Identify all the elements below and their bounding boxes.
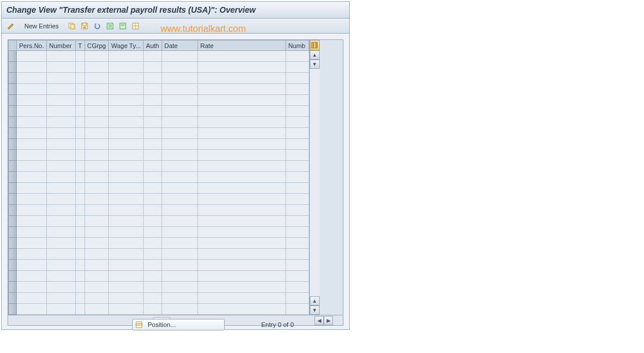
table-cell[interactable] <box>162 117 197 128</box>
table-cell[interactable] <box>197 73 286 84</box>
table-cell[interactable] <box>85 227 108 238</box>
table-row[interactable] <box>9 106 309 117</box>
table-cell[interactable] <box>162 128 197 139</box>
table-cell[interactable] <box>197 95 286 106</box>
table-cell[interactable] <box>108 304 143 315</box>
scroll-left-button[interactable]: ◀ <box>314 316 324 325</box>
table-cell[interactable] <box>144 95 162 106</box>
table-cell[interactable] <box>17 73 47 84</box>
table-cell[interactable] <box>144 139 162 150</box>
row-selector[interactable] <box>9 106 17 117</box>
table-cell[interactable] <box>197 172 286 183</box>
row-selector[interactable] <box>9 84 17 95</box>
table-cell[interactable] <box>197 117 286 128</box>
table-cell[interactable] <box>108 150 143 161</box>
table-cell[interactable] <box>108 62 143 73</box>
table-cell[interactable] <box>75 260 85 271</box>
row-selector[interactable] <box>9 249 17 260</box>
delete-button[interactable] <box>79 20 90 32</box>
col-header-rate[interactable]: Rate <box>197 41 286 51</box>
table-cell[interactable] <box>85 84 108 95</box>
table-cell[interactable] <box>17 304 47 315</box>
scroll-track[interactable] <box>310 69 320 296</box>
table-cell[interactable] <box>17 95 47 106</box>
row-selector[interactable] <box>9 139 17 150</box>
table-cell[interactable] <box>75 106 85 117</box>
row-selector[interactable] <box>9 282 17 293</box>
table-row[interactable] <box>9 260 309 271</box>
table-cell[interactable] <box>162 106 197 117</box>
table-cell[interactable] <box>75 117 85 128</box>
table-cell[interactable] <box>85 51 108 62</box>
table-row[interactable] <box>9 216 309 227</box>
table-cell[interactable] <box>162 183 197 194</box>
table-cell[interactable] <box>75 62 85 73</box>
table-cell[interactable] <box>144 150 162 161</box>
table-cell[interactable] <box>286 227 309 238</box>
row-selector-header[interactable] <box>9 41 17 51</box>
table-cell[interactable] <box>17 194 47 205</box>
table-cell[interactable] <box>162 282 197 293</box>
row-selector[interactable] <box>9 117 17 128</box>
table-cell[interactable] <box>286 62 309 73</box>
scroll-up-one-button[interactable]: ▲ <box>310 296 320 306</box>
table-cell[interactable] <box>85 73 108 84</box>
table-cell[interactable] <box>197 51 286 62</box>
table-cell[interactable] <box>197 62 286 73</box>
table-cell[interactable] <box>85 249 108 260</box>
table-cell[interactable] <box>162 249 197 260</box>
table-cell[interactable] <box>85 128 108 139</box>
table-cell[interactable] <box>17 161 47 172</box>
select-all-button[interactable] <box>104 20 116 32</box>
table-cell[interactable] <box>75 84 85 95</box>
table-cell[interactable] <box>108 227 143 238</box>
table-cell[interactable] <box>286 128 309 139</box>
table-cell[interactable] <box>162 161 197 172</box>
table-cell[interactable] <box>46 62 75 73</box>
table-cell[interactable] <box>85 172 108 183</box>
table-cell[interactable] <box>197 304 286 315</box>
table-cell[interactable] <box>85 238 108 249</box>
col-header-t[interactable]: T <box>75 41 85 51</box>
table-cell[interactable] <box>17 172 47 183</box>
table-cell[interactable] <box>108 84 143 95</box>
table-cell[interactable] <box>75 150 85 161</box>
table-row[interactable] <box>9 161 309 172</box>
row-selector[interactable] <box>9 73 17 84</box>
table-cell[interactable] <box>162 227 197 238</box>
row-selector[interactable] <box>9 95 17 106</box>
table-cell[interactable] <box>17 106 47 117</box>
table-cell[interactable] <box>75 216 85 227</box>
table-cell[interactable] <box>17 282 47 293</box>
table-cell[interactable] <box>75 205 85 216</box>
table-cell[interactable] <box>286 84 309 95</box>
table-cell[interactable] <box>197 84 286 95</box>
table-cell[interactable] <box>17 62 47 73</box>
deselect-all-button[interactable] <box>130 20 141 32</box>
row-selector[interactable] <box>9 172 17 183</box>
table-cell[interactable] <box>17 139 47 150</box>
table-cell[interactable] <box>286 139 309 150</box>
table-cell[interactable] <box>108 139 143 150</box>
table-cell[interactable] <box>85 139 108 150</box>
table-cell[interactable] <box>144 84 162 95</box>
table-cell[interactable] <box>85 260 108 271</box>
table-cell[interactable] <box>17 293 47 304</box>
table-cell[interactable] <box>46 51 75 62</box>
table-cell[interactable] <box>46 238 75 249</box>
table-cell[interactable] <box>46 150 75 161</box>
table-cell[interactable] <box>197 161 286 172</box>
table-row[interactable] <box>9 95 309 106</box>
table-cell[interactable] <box>108 205 143 216</box>
table-cell[interactable] <box>85 216 108 227</box>
table-cell[interactable] <box>75 227 85 238</box>
table-cell[interactable] <box>85 95 108 106</box>
table-cell[interactable] <box>197 293 286 304</box>
table-cell[interactable] <box>75 271 85 282</box>
toggle-display-change-button[interactable] <box>5 20 17 32</box>
table-cell[interactable] <box>197 216 286 227</box>
table-cell[interactable] <box>17 216 47 227</box>
table-cell[interactable] <box>46 304 75 315</box>
table-cell[interactable] <box>162 51 197 62</box>
col-header-wagety[interactable]: Wage Ty... <box>108 41 143 51</box>
